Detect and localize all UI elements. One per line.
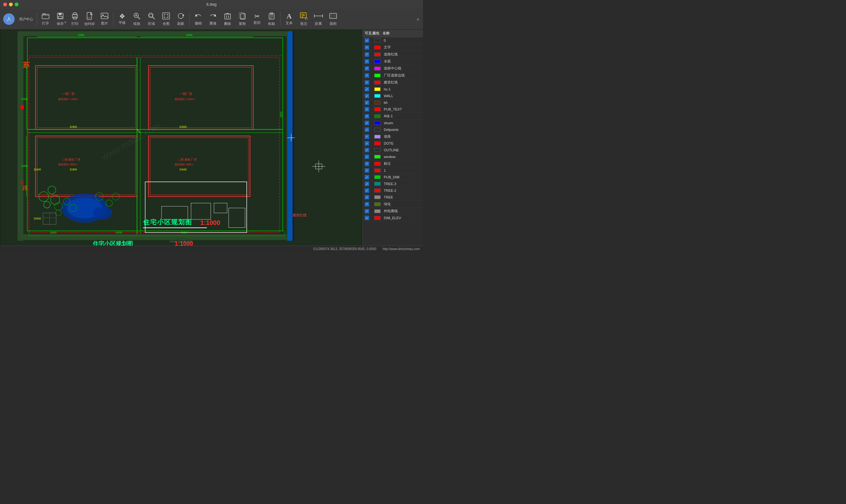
layer-visibility-checkbox[interactable]: ✓: [365, 175, 369, 179]
layer-row[interactable]: ✓0: [363, 37, 423, 44]
toolbar-item-paste[interactable]: 粘贴: [265, 10, 279, 28]
minimize-button[interactable]: [9, 3, 13, 6]
layer-visibility-checkbox[interactable]: ✓: [365, 59, 369, 64]
toolbar-item-user-center[interactable]: 用户中心: [17, 10, 35, 28]
layer-color-swatch: [374, 128, 381, 131]
layer-visibility-checkbox[interactable]: ✓: [365, 148, 369, 152]
layer-visibility-checkbox[interactable]: ✓: [365, 202, 369, 206]
layer-row[interactable]: ✓道路中心线: [363, 65, 423, 72]
layer-visibility-checkbox[interactable]: ✓: [365, 182, 369, 186]
layer-visibility-checkbox[interactable]: ✓: [365, 127, 369, 132]
layer-visibility-checkbox[interactable]: ✓: [365, 38, 369, 43]
toolbar-separator-4: [280, 12, 281, 26]
toolbar-item-fullview[interactable]: 全图: [159, 10, 173, 28]
layer-row[interactable]: ✓Defpoints: [363, 126, 423, 133]
layer-row[interactable]: ✓道路红线: [363, 51, 423, 58]
layer-name-label: DOTE: [383, 141, 421, 145]
layer-visibility-checkbox[interactable]: ✓: [365, 107, 369, 111]
layer-visibility-checkbox[interactable]: ✓: [365, 121, 369, 125]
maximize-button[interactable]: [15, 3, 18, 6]
svg-text:二期 建筑 厂房: 二期 建筑 厂房: [178, 158, 197, 161]
toolbar-item-redo[interactable]: 重做: [206, 10, 220, 28]
layer-visibility-checkbox[interactable]: ✓: [365, 100, 369, 105]
layer-visibility-checkbox[interactable]: ✓: [365, 52, 369, 57]
layer-visibility-checkbox[interactable]: ✓: [365, 141, 369, 146]
toolbar-item-image[interactable]: 图片: [98, 10, 111, 28]
layer-row[interactable]: ✓文字: [363, 44, 423, 51]
layer-name-label: 文字: [383, 45, 421, 50]
layer-row[interactable]: ✓1: [363, 167, 423, 174]
cad-canvas-area[interactable]: 用地界线 苏 路 一期厂房 建筑面积: 12000㎡ 一期厂房 建筑面积: 12…: [0, 30, 363, 246]
layer-row[interactable]: ✓TREE: [363, 194, 423, 201]
layer-row[interactable]: ✓建筑红线: [363, 79, 423, 86]
layer-row[interactable]: ✓厂区道路边线: [363, 72, 423, 79]
layer-visibility-checkbox[interactable]: ✓: [365, 87, 369, 91]
layer-visibility-checkbox[interactable]: ✓: [365, 168, 369, 173]
layer-color-swatch: [374, 121, 381, 125]
toolbar-item-region-zoom[interactable]: 区域: [144, 10, 158, 28]
toolbar-item-refresh[interactable]: 刷新: [174, 10, 188, 28]
canvas-drawing-title: 住宅小区规划图: [143, 218, 192, 227]
layer-row[interactable]: ✓DOTE: [363, 140, 423, 147]
coordinates: 511399374.3613, 3578694559.8545, 0.0000: [313, 247, 376, 251]
user-avatar-button[interactable]: 人: [3, 13, 15, 25]
layer-row[interactable]: ✓TREE-3: [363, 181, 423, 187]
toolbar-item-area[interactable]: 面积: [326, 10, 340, 28]
layer-row[interactable]: ✓bh: [363, 100, 423, 106]
layer-visibility-checkbox[interactable]: ✓: [365, 94, 369, 98]
layer-row[interactable]: ✓道路: [363, 133, 423, 140]
toolbar-item-pdf[interactable]: PDF 转PDF: [83, 10, 97, 28]
layer-name-label: 水面: [383, 59, 421, 64]
website: http://www.dmzshequ.com: [383, 247, 420, 251]
svg-text:二期 建筑 厂房: 二期 建筑 厂房: [62, 158, 81, 161]
layer-row[interactable]: ✓hx-1: [363, 86, 423, 93]
layer-visibility-checkbox[interactable]: ✓: [365, 216, 369, 220]
layer-row[interactable]: ✓PUB_DIM: [363, 174, 423, 181]
toolbar-item-annotation[interactable]: 批注: [297, 10, 311, 28]
svg-text:PDF: PDF: [87, 17, 91, 19]
layer-visibility-checkbox[interactable]: ✓: [365, 134, 369, 139]
toolbar-item-text[interactable]: A 文本: [282, 10, 296, 28]
toolbar-item-move[interactable]: ✥ 平移: [115, 10, 129, 28]
layer-row[interactable]: ✓shuim: [363, 120, 423, 126]
layer-row[interactable]: ✓绿化: [363, 201, 423, 208]
layer-visibility-checkbox[interactable]: ✓: [365, 155, 369, 159]
layer-name-label: OUTLINE: [383, 148, 421, 152]
toolbar-item-delete[interactable]: 删除: [221, 10, 235, 28]
layer-row[interactable]: ✓DIM_ELEV: [363, 215, 423, 221]
layer-name-label: hx-1: [383, 87, 421, 91]
toolbar-item-undo[interactable]: 撤销: [191, 10, 205, 28]
layer-name-label: 0: [383, 39, 421, 42]
more-tools-button[interactable]: »: [414, 17, 422, 22]
toolbar-item-copy[interactable]: 复制: [235, 10, 249, 28]
layer-visibility-checkbox[interactable]: ✓: [365, 80, 369, 85]
toolbar-item-cut[interactable]: ✂ 剪切: [250, 10, 264, 28]
layer-visibility-checkbox[interactable]: ✓: [365, 209, 369, 213]
layer-name-label: shuim: [383, 121, 421, 125]
toolbar-item-zoom[interactable]: 缩放: [130, 10, 144, 28]
toolbar-item-open[interactable]: 打开: [39, 10, 53, 28]
layer-visibility-checkbox[interactable]: ✓: [365, 188, 369, 193]
layer-row[interactable]: ✓标注: [363, 160, 423, 167]
layer-visibility-checkbox[interactable]: ✓: [365, 66, 369, 71]
close-button[interactable]: [3, 3, 7, 6]
svg-text:D300: D300: [70, 125, 77, 128]
layer-row[interactable]: ✓TREE-2: [363, 187, 423, 194]
layer-visibility-checkbox[interactable]: ✓: [365, 195, 369, 199]
layer-row[interactable]: ✓OUTLINE: [363, 147, 423, 154]
layer-visibility-checkbox[interactable]: ✓: [365, 114, 369, 119]
toolbar-item-print[interactable]: 打印: [68, 10, 82, 28]
layer-row[interactable]: ✓window: [363, 154, 423, 160]
layer-row[interactable]: ✓水面: [363, 58, 423, 65]
toolbar-item-distance[interactable]: 距离: [312, 10, 325, 28]
layer-visibility-checkbox[interactable]: ✓: [365, 45, 369, 50]
layer-row[interactable]: ✓外轮廓线: [363, 208, 423, 215]
layer-row[interactable]: ✓A绿-1: [363, 113, 423, 120]
layer-row[interactable]: ✓WALL: [363, 93, 423, 100]
layer-row[interactable]: ✓PUB_TEXT: [363, 106, 423, 113]
layer-visibility-checkbox[interactable]: ✓: [365, 162, 369, 166]
layer-visibility-checkbox[interactable]: ✓: [365, 73, 369, 78]
svg-rect-50: [18, 31, 23, 240]
toolbar-item-save[interactable]: 保存 ▼: [53, 10, 67, 28]
svg-point-80: [93, 206, 112, 219]
